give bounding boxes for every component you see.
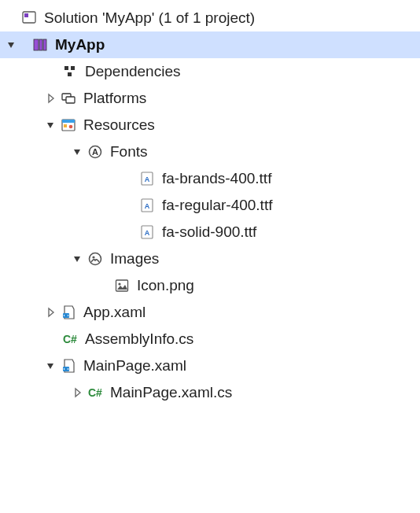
resources-node[interactable]: Resources (0, 112, 420, 138)
cs-file-node[interactable]: AssemblyInfo.cs (0, 326, 420, 352)
expand-arrow-open-icon[interactable] (42, 112, 60, 138)
solution-label: Solution 'MyApp' (1 of 1 project) (42, 9, 255, 27)
xaml-file-icon (60, 304, 77, 321)
image-file-icon (113, 277, 131, 294)
expand-arrow-closed-icon[interactable] (69, 379, 87, 406)
image-file-node[interactable]: Icon.png (0, 272, 420, 299)
csharp-file-icon (61, 330, 79, 348)
resources-icon (60, 116, 77, 134)
xaml-file-node[interactable]: MainPage.xaml (0, 352, 420, 379)
tree-item-label: Fonts (109, 143, 148, 161)
tree-item-label: Icon.png (135, 277, 194, 294)
solution-explorer-tree: Solution 'MyApp' (1 of 1 project) MyApp … (0, 0, 420, 513)
solution-icon (20, 9, 38, 27)
font-file-icon (138, 223, 156, 241)
expand-arrow-closed-icon[interactable] (42, 85, 60, 112)
tree-item-label: AssemblyInfo.cs (83, 330, 193, 348)
tree-item-label: Platforms (82, 90, 146, 107)
tree-item-label: Resources (82, 116, 155, 134)
font-file-node[interactable]: fa-regular-400.ttf (0, 192, 420, 219)
expand-arrow-closed-icon[interactable] (42, 299, 60, 326)
expand-arrow-open-icon[interactable] (3, 31, 20, 58)
font-file-node[interactable]: fa-brands-400.ttf (0, 165, 420, 192)
images-folder-icon (87, 250, 104, 268)
tree-item-label: Images (109, 250, 159, 268)
font-file-icon (138, 197, 156, 214)
dependencies-icon (61, 63, 79, 80)
tree-item-label: App.xaml (82, 304, 146, 321)
xaml-file-node[interactable]: App.xaml (0, 299, 420, 326)
solution-node[interactable]: Solution 'MyApp' (1 of 1 project) (0, 5, 420, 31)
tree-item-label: MainPage.xaml.cs (109, 384, 232, 401)
tree-item-label: fa-solid-900.ttf (160, 223, 256, 241)
project-node[interactable]: MyApp (0, 31, 420, 58)
tree-item-label: fa-regular-400.ttf (160, 197, 272, 214)
tree-item-label: MainPage.xaml (82, 357, 186, 375)
fonts-folder-node[interactable]: Fonts (0, 138, 420, 165)
fonts-folder-icon (87, 143, 104, 161)
platforms-node[interactable]: Platforms (0, 85, 420, 112)
xaml-file-icon (60, 357, 77, 375)
project-label: MyApp (53, 36, 105, 54)
dependencies-node[interactable]: Dependencies (0, 58, 420, 85)
font-file-node[interactable]: fa-solid-900.ttf (0, 219, 420, 245)
tree-item-label: Dependencies (83, 63, 180, 80)
expand-arrow-open-icon[interactable] (42, 352, 60, 379)
tree-item-label: fa-brands-400.ttf (160, 170, 271, 187)
images-folder-node[interactable]: Images (0, 245, 420, 272)
csharp-file-icon (87, 384, 104, 401)
expand-arrow-open-icon[interactable] (69, 138, 87, 165)
csproj-icon (31, 36, 49, 54)
cs-file-node[interactable]: MainPage.xaml.cs (0, 379, 420, 406)
font-file-icon (138, 170, 156, 187)
platforms-icon (60, 90, 77, 107)
expand-arrow-open-icon[interactable] (69, 245, 87, 272)
